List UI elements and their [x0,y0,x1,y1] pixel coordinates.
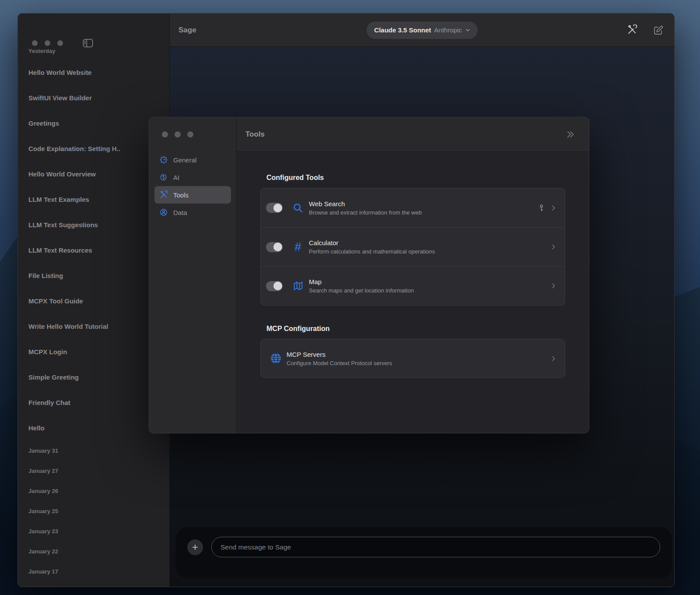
mcp-card: MCP Servers Configure Model Context Prot… [260,339,565,378]
calculator-toggle[interactable] [266,242,283,252]
tool-text: Web Search Browse and extract informatio… [309,200,538,216]
chevron-down-icon [465,27,471,33]
sidebar: Yesterday Hello World Website SwiftUI Vi… [18,14,170,587]
section-heading: Configured Tools [266,174,565,182]
chat-history-list: Yesterday Hello World Website SwiftUI Vi… [18,42,169,587]
tool-description: Browse and extract information from the … [309,209,538,216]
tab-tools[interactable]: Tools [154,186,231,204]
map-toggle[interactable] [266,281,283,291]
tool-text: Map Search maps and get location informa… [309,278,550,294]
titlebar: Sage Claude 3.5 Sonnet Anthropic [170,14,674,47]
tab-general[interactable]: General [154,151,231,169]
chat-item[interactable]: LLM Text Suggestions [18,212,169,237]
page-title: Sage [178,26,196,35]
message-input[interactable] [211,537,660,557]
model-provider: Anthropic [434,26,462,34]
chat-group-header: January 26 [18,481,169,501]
tab-label: General [173,156,196,164]
chat-group-header: January 31 [18,440,169,461]
composer-bar [175,527,672,578]
chat-item[interactable]: Greetings [18,110,169,136]
map-icon [290,281,305,292]
brain-icon [159,173,168,182]
tool-description: Search maps and get location information [309,287,550,294]
web-search-toggle[interactable] [266,203,283,213]
chat-item[interactable]: Hello [18,415,169,440]
chevron-right-icon [550,355,557,362]
tab-label: Data [173,209,187,216]
person-icon [159,208,168,217]
row-trailing [550,355,557,362]
settings-sidebar: General AI [149,117,237,433]
tool-description: Perform calculations and mathematical op… [309,248,550,255]
configured-tools-card: Web Search Browse and extract informatio… [260,188,565,306]
tool-title: Calculator [309,239,550,246]
chat-group-header: Yesterday [18,42,169,60]
chat-item[interactable]: MCPX Login [18,339,169,364]
row-trailing [538,204,557,212]
section-heading: MCP Configuration [266,325,565,333]
tool-row-web-search[interactable]: Web Search Browse and extract informatio… [261,188,565,227]
chevron-right-icon [550,282,557,289]
row-trailing [550,243,557,250]
chat-group-header: January 23 [18,521,169,541]
double-chevron-right-icon[interactable] [563,129,578,140]
tool-text: MCP Servers Configure Model Context Prot… [287,351,550,366]
settings-title: Tools [245,130,265,139]
chevron-right-icon [550,204,557,211]
tool-text: Calculator Perform calculations and math… [309,239,550,255]
chat-item[interactable]: LLM Text Resources [18,237,169,263]
chat-item[interactable]: Code Explanation: Setting H.. [18,136,169,161]
tab-ai[interactable]: AI [154,169,231,186]
chat-group-header: January 27 [18,461,169,481]
tool-title: Web Search [309,200,538,208]
model-name: Claude 3.5 Sonnet [374,26,431,34]
close-window-button[interactable] [162,131,168,137]
tools-icon [159,190,168,199]
chat-item[interactable]: Write Hello World Tutorial [18,313,169,339]
chat-group-header: January 25 [18,501,169,521]
chat-group-header: January 22 [18,541,169,561]
row-trailing [550,282,557,289]
gauge-icon [159,155,168,164]
add-attachment-button[interactable] [187,539,203,555]
plus-icon [192,544,199,551]
settings-window: General AI [149,117,589,433]
model-selector[interactable]: Claude 3.5 Sonnet Anthropic [366,21,477,39]
titlebar-actions [626,14,664,46]
settings-window-controls [162,131,193,137]
zoom-window-button[interactable] [187,131,193,137]
compose-icon[interactable] [653,25,664,35]
settings-tabs: General AI [154,151,231,221]
chat-item[interactable]: LLM Text Examples [18,187,169,212]
tab-label: Tools [173,191,189,199]
chat-item[interactable]: Hello World Overview [18,161,169,187]
tool-description: Configure Model Context Protocol servers [287,360,550,366]
key-icon [538,204,545,212]
tool-title: Map [309,278,550,285]
hash-icon: # [290,241,305,253]
tool-row-map[interactable]: Map Search maps and get location informa… [261,266,565,305]
chat-item[interactable]: Friendly Chat [18,390,169,415]
tab-label: AI [173,174,179,181]
chat-item[interactable]: Hello World Website [18,60,169,85]
settings-main: Tools Configured Tools [237,117,589,433]
chat-item[interactable]: Simple Greeting [18,364,169,390]
tab-data[interactable]: Data [154,204,231,221]
minimize-window-button[interactable] [175,131,181,137]
chat-item[interactable]: MCPX Tool Guide [18,288,169,313]
chat-item[interactable]: File Listing [18,263,169,288]
chat-item[interactable]: SwiftUI View Builder [18,85,169,110]
tools-icon[interactable] [626,25,637,35]
mcp-servers-row[interactable]: MCP Servers Configure Model Context Prot… [261,339,565,377]
chat-group-header: January 17 [18,561,169,581]
tool-row-calculator[interactable]: # Calculator Perform calculations and ma… [261,227,565,266]
settings-body: Configured Tools Web Search Browse and e… [237,152,589,433]
globe-icon [268,352,283,364]
settings-header: Tools [237,117,589,152]
search-icon [290,202,305,214]
tool-title: MCP Servers [287,351,550,358]
chevron-right-icon [550,243,557,250]
